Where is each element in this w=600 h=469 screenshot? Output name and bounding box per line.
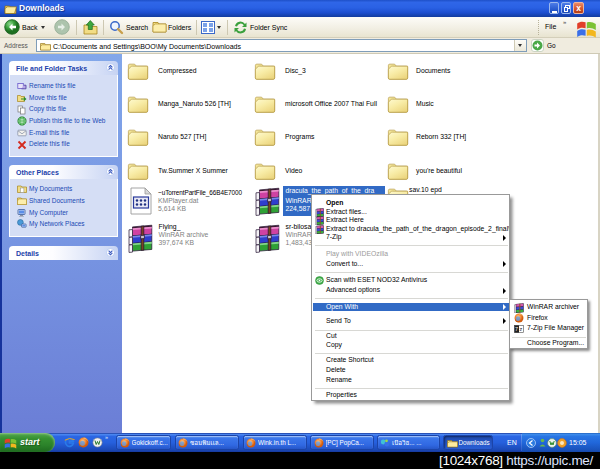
svg-text:z: z [519, 326, 522, 332]
svg-text:7: 7 [515, 326, 518, 332]
